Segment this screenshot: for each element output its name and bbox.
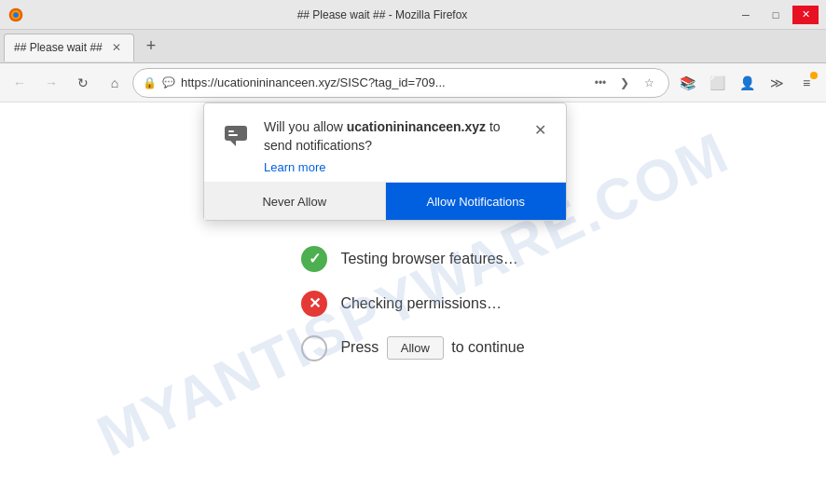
popup-buttons: Never Allow Allow Notifications: [204, 182, 566, 220]
back-button[interactable]: ←: [6, 69, 34, 97]
firefox-icon: [7, 7, 24, 23]
bookmark-button[interactable]: ☆: [639, 73, 659, 93]
popup-domain: ucationininanceen.xyz: [347, 119, 486, 134]
pending-icon: [301, 335, 327, 361]
row2-text: Checking permissions…: [340, 295, 502, 312]
allow-notifications-button[interactable]: Allow Notifications: [386, 183, 567, 220]
notification-icon: 💬: [162, 76, 175, 89]
bookmarks-library-button[interactable]: 📚: [673, 69, 701, 97]
layout-button[interactable]: ⬜: [703, 69, 731, 97]
learn-more-link[interactable]: Learn more: [264, 160, 517, 174]
svg-point-2: [13, 12, 19, 18]
more-button[interactable]: •••: [590, 73, 611, 93]
popup-close-button[interactable]: ✕: [529, 118, 551, 141]
popup-chat-icon: [219, 118, 253, 152]
pocket-button[interactable]: ❯: [614, 73, 635, 93]
row1-text: Testing browser features…: [340, 251, 517, 267]
window-title: ## Please wait ## - Mozilla Firefox: [32, 8, 733, 21]
row3-content: Press Allow to continue: [340, 336, 524, 360]
close-button[interactable]: ✕: [792, 6, 819, 24]
row3-suffix: to continue: [451, 339, 524, 355]
svg-rect-3: [225, 126, 247, 141]
security-icon: 🔒: [143, 76, 157, 89]
content-items: ✓ Testing browser features… ✕ Checking p…: [301, 246, 524, 361]
row3-prefix: Press: [340, 339, 379, 355]
notification-popup: Will you allow ucationininanceen.xyz to …: [203, 102, 567, 221]
toolbar-right: 📚 ⬜ 👤 ≫ ≡: [673, 69, 820, 97]
account-button[interactable]: 👤: [733, 69, 761, 97]
maximize-button[interactable]: □: [763, 6, 789, 24]
content-row-2: ✕ Checking permissions…: [301, 291, 502, 317]
new-tab-button[interactable]: +: [138, 34, 164, 60]
tab-bar: ## Please wait ## ✕ +: [0, 30, 826, 63]
active-tab[interactable]: ## Please wait ## ✕: [4, 34, 134, 61]
window-controls: ─ □ ✕: [733, 6, 819, 24]
minimize-button[interactable]: ─: [733, 6, 759, 24]
error-icon: ✕: [301, 291, 327, 317]
svg-marker-4: [230, 141, 236, 146]
popup-message: Will you allow ucationininanceen.xyz to …: [264, 119, 501, 153]
allow-button[interactable]: Allow: [387, 336, 444, 360]
refresh-button[interactable]: ↻: [69, 69, 97, 97]
address-bar-actions: ••• ❯ ☆: [590, 73, 659, 93]
content-row-3: Press Allow to continue: [301, 335, 524, 361]
extensions-button[interactable]: ≫: [763, 69, 791, 97]
home-button[interactable]: ⌂: [101, 69, 129, 97]
tab-close-button[interactable]: ✕: [109, 40, 124, 55]
forward-button[interactable]: →: [37, 69, 65, 97]
menu-badge: [810, 72, 818, 79]
menu-button[interactable]: ≡: [792, 69, 820, 97]
nav-bar: ← → ↻ ⌂ 🔒 💬 https://ucationininanceen.xy…: [0, 63, 826, 102]
popup-header: Will you allow ucationininanceen.xyz to …: [204, 103, 566, 182]
title-bar: ## Please wait ## - Mozilla Firefox ─ □ …: [0, 0, 826, 30]
never-allow-button[interactable]: Never Allow: [204, 183, 386, 220]
svg-rect-6: [228, 134, 238, 136]
tab-title: ## Please wait ##: [14, 41, 103, 54]
svg-rect-5: [228, 130, 234, 132]
url-text: https://ucationininanceen.xyz/SISC?tag_i…: [181, 75, 585, 89]
address-bar[interactable]: 🔒 💬 https://ucationininanceen.xyz/SISC?t…: [132, 68, 669, 98]
popup-text: Will you allow ucationininanceen.xyz to …: [264, 118, 517, 174]
success-icon: ✓: [301, 246, 327, 272]
content-row-1: ✓ Testing browser features…: [301, 246, 517, 272]
